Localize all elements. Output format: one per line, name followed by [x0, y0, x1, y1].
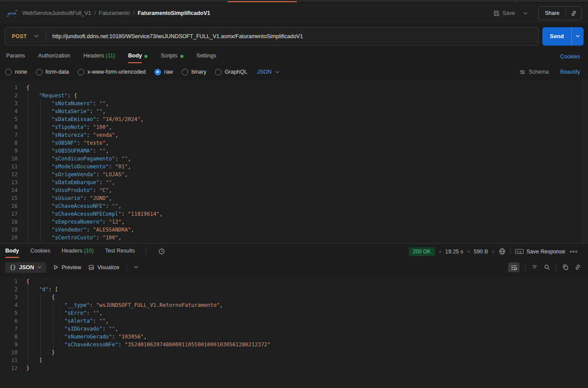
- send-label: Send: [550, 33, 564, 39]
- response-toolbar: {} JSON Preview Visualize: [0, 260, 588, 275]
- request-body-editor[interactable]: 1{2 "Request": {3 "sNotaNumero": "",4 "s…: [0, 79, 588, 243]
- code-line: 14 "sUsoProduto": "C",: [0, 186, 588, 194]
- breadcrumb: WebServiceJundsoftFull_V1 / Faturamento …: [22, 10, 210, 16]
- save-label: Save: [502, 10, 515, 16]
- radio-none[interactable]: none: [5, 69, 27, 75]
- schema-button[interactable]: Schema: [519, 69, 549, 75]
- play-icon: [53, 264, 59, 270]
- code-line: 13 "sDataEmbarque": "",: [0, 178, 588, 186]
- radio-icon: [78, 69, 84, 75]
- radio-icon: [36, 69, 43, 75]
- line-number: 8: [0, 139, 18, 147]
- response-size: 590 B: [474, 249, 488, 255]
- radio-graphql[interactable]: GraphQL: [215, 69, 247, 75]
- sliders-icon: [519, 69, 526, 75]
- wrap-text-icon[interactable]: [508, 263, 520, 272]
- response-tab-test-results[interactable]: Test Results: [105, 243, 135, 260]
- radio-selected-icon: [154, 69, 161, 75]
- line-number: 2: [0, 92, 18, 100]
- code-line: 1{: [0, 84, 588, 92]
- response-format-dropdown[interactable]: {} JSON: [5, 262, 46, 273]
- code-line: 3 "sNotaNumero": "",: [0, 100, 588, 107]
- workspace-tabbar: [0, 0, 588, 3]
- language-selector[interactable]: JSON: [257, 69, 280, 75]
- code-line: 16 "sChaveAcessoNFE": "",: [0, 202, 588, 210]
- code-line: 6 "sAlerta": "",: [0, 317, 588, 325]
- code-line: 11 "sModeloDocumento": "01",: [0, 163, 588, 171]
- braces-icon: {}: [10, 264, 16, 271]
- beautify-link[interactable]: Beautify: [560, 69, 580, 75]
- response-code-lines: 1{2 "d": [3 {4 "__type": "wsJUNDSOFT_FUL…: [0, 275, 588, 372]
- share-button[interactable]: Share: [539, 7, 566, 20]
- radio-icon: [215, 69, 222, 75]
- send-options-chevron-icon[interactable]: [571, 27, 584, 46]
- search-icon[interactable]: [544, 264, 550, 271]
- line-number: 7: [0, 325, 18, 333]
- code-line: 19 "sVendedor": "ALESSANDRA",: [0, 226, 588, 234]
- cookies-link[interactable]: Cookies: [560, 53, 582, 60]
- line-number: 11: [0, 356, 18, 364]
- vertical-scrollbar[interactable]: [582, 79, 588, 243]
- response-tab-cookies[interactable]: Cookies: [30, 243, 50, 260]
- line-number: 3: [0, 100, 18, 107]
- line-number: 5: [0, 115, 18, 123]
- method-selector[interactable]: POST: [5, 28, 46, 45]
- filter-icon[interactable]: [531, 264, 538, 270]
- radio-binary[interactable]: binary: [182, 69, 206, 75]
- line-number: 17: [0, 210, 18, 218]
- save-response-button[interactable]: e.g. Save Response: [515, 249, 565, 255]
- radio-x-www-form-urlencoded[interactable]: x-www-form-urlencoded: [78, 69, 146, 75]
- format-options-chevron-icon[interactable]: [134, 266, 138, 269]
- breadcrumb-collection[interactable]: WebServiceJundsoftFull_V1: [22, 10, 91, 16]
- code-line: 18 "sEmpresaNumero": "12",: [0, 218, 588, 226]
- radio-raw[interactable]: raw: [154, 69, 173, 75]
- copy-icon[interactable]: [562, 264, 569, 271]
- save-options-chevron-icon[interactable]: [520, 9, 531, 18]
- response-body-editor[interactable]: 1{2 "d": [3 {4 "__type": "wsJUNDSOFT_FUL…: [0, 275, 588, 388]
- code-line: 8 "sOBSNF": "teste",: [0, 139, 588, 147]
- tab-headers[interactable]: Headers (11): [83, 49, 115, 64]
- link-icon[interactable]: [574, 264, 581, 271]
- share-label: Share: [545, 10, 559, 16]
- breadcrumb-request-name[interactable]: FaturamentoSimplificadoV1: [138, 10, 210, 16]
- line-number: 1: [0, 84, 18, 92]
- line-number: 1: [0, 278, 18, 285]
- save-button[interactable]: Save: [491, 7, 517, 19]
- request-url-box: POST: [4, 27, 539, 46]
- tab-settings[interactable]: Settings: [197, 49, 216, 64]
- code-line: 2 "d": [: [0, 285, 588, 293]
- tab-scripts[interactable]: Scripts: [161, 49, 183, 64]
- method-label: POST: [12, 33, 27, 39]
- body-type-bar: none form-data x-www-form-urlencoded raw…: [0, 64, 588, 79]
- breadcrumb-separator: /: [133, 10, 134, 16]
- line-number: 18: [0, 218, 18, 226]
- more-options-icon[interactable]: [570, 250, 577, 253]
- history-clock-icon[interactable]: [158, 248, 165, 255]
- tab-params[interactable]: Params: [6, 49, 25, 64]
- visualize-button[interactable]: Visualize: [88, 264, 119, 271]
- code-line: 17 "sChaveAcessoNFECompl": "11819614",: [0, 210, 588, 218]
- line-number: 16: [0, 202, 18, 210]
- url-input[interactable]: [46, 33, 538, 39]
- preview-button[interactable]: Preview: [53, 264, 81, 271]
- dot-separator: [439, 251, 441, 253]
- headers-count: (11): [106, 53, 115, 59]
- dot-separator: [468, 251, 470, 253]
- tab-divider: [516, 0, 516, 3]
- radio-form-data[interactable]: form-data: [36, 69, 69, 75]
- network-globe-icon[interactable]: [498, 248, 506, 255]
- code-line: 9 "sChaveAcessoNFe": "352401062074860001…: [0, 341, 588, 349]
- copy-link-icon[interactable]: [566, 7, 581, 20]
- radio-icon: [182, 69, 188, 75]
- line-number: 9: [0, 147, 18, 155]
- response-tab-body[interactable]: Body: [5, 243, 19, 260]
- code-line: 20 "sCentroCusto": "100",: [0, 234, 588, 242]
- image-icon: [88, 264, 94, 271]
- send-button[interactable]: Send: [542, 27, 571, 46]
- chevron-down-icon: [37, 266, 42, 269]
- breadcrumb-folder[interactable]: Faturamento: [99, 10, 130, 16]
- response-tab-headers[interactable]: Headers (10): [61, 243, 93, 260]
- tab-body[interactable]: Body: [128, 49, 147, 64]
- response-section: Body Cookies Headers (10) Test Results 2…: [0, 243, 588, 388]
- tab-authorization[interactable]: Authorization: [38, 49, 70, 64]
